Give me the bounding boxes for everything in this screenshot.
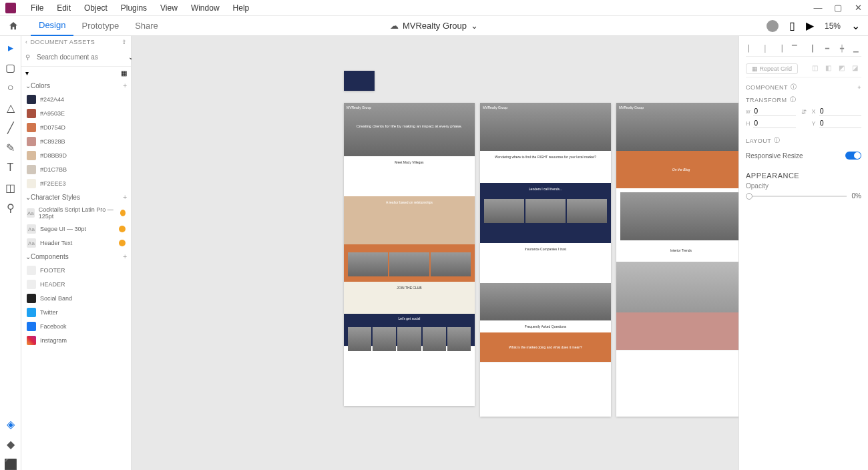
colors-label: Colors	[31, 82, 50, 89]
align-right-icon[interactable]: ▕	[775, 43, 785, 53]
layout-section-label: LAYOUT	[746, 138, 771, 144]
x-input[interactable]	[819, 107, 861, 116]
bool-subtract-icon[interactable]: ◧	[825, 64, 835, 73]
filter-icon[interactable]: ▾	[25, 69, 29, 77]
section-char-styles[interactable]: ⌄Character Styles +	[21, 191, 131, 204]
plugins-icon[interactable]: ⬛	[5, 458, 17, 470]
color-swatch-item[interactable]: #A9503E	[24, 107, 128, 120]
color-swatch-item[interactable]: #D0754D	[24, 121, 128, 134]
add-component-plus-icon[interactable]: +	[857, 84, 861, 91]
swatch-icon	[27, 165, 36, 174]
bool-intersect-icon[interactable]: ◩	[839, 64, 848, 73]
height-input[interactable]	[753, 119, 795, 128]
back-icon[interactable]: ‹	[25, 39, 28, 45]
info-icon[interactable]: ⓘ	[774, 136, 781, 145]
close-icon[interactable]: ✕	[853, 3, 863, 13]
color-name: #D1C7BB	[40, 166, 67, 173]
style-icon: Aa	[27, 224, 36, 234]
tab-design[interactable]: Design	[31, 16, 73, 36]
search-input[interactable]	[34, 51, 124, 63]
zoom-level[interactable]: 15%	[825, 21, 841, 31]
menu-object[interactable]: Object	[77, 3, 114, 13]
menu-edit[interactable]: Edit	[50, 3, 77, 13]
home-icon[interactable]	[8, 21, 19, 31]
color-swatch-item[interactable]: #F2EEE3	[24, 177, 128, 190]
play-icon[interactable]: ▶	[806, 19, 814, 32]
section-components[interactable]: ⌄Components +	[21, 250, 131, 263]
blog-title: On the Blog	[672, 168, 690, 172]
layers-icon[interactable]: ◆	[5, 438, 17, 450]
color-swatch-item[interactable]: #242A44	[24, 93, 128, 106]
lock-icon[interactable]: ⇵	[801, 108, 807, 115]
add-component-icon[interactable]: +	[123, 253, 127, 260]
color-swatch-item[interactable]: #D8BB9D	[24, 149, 128, 162]
grid-view-icon[interactable]: ▦	[121, 69, 127, 77]
style-name: Header Text	[40, 240, 72, 246]
menu-help[interactable]: Help	[226, 3, 256, 13]
tab-prototype[interactable]: Prototype	[73, 16, 127, 36]
meet-heading: Meet Macy Villegas	[344, 156, 475, 168]
polygon-tool[interactable]: △	[5, 101, 17, 113]
width-input[interactable]	[753, 107, 795, 116]
align-hcenter-icon[interactable]: │	[761, 43, 771, 53]
dist-h-icon[interactable]: ┃	[808, 43, 819, 53]
artboard-logo[interactable]	[344, 71, 375, 91]
export-icon[interactable]: ⇪	[122, 39, 128, 45]
add-color-icon[interactable]: +	[123, 82, 127, 89]
maximize-icon[interactable]: ▢	[833, 3, 843, 13]
char-style-item[interactable]: AaCocktails Script Latin Pro — 125pt	[24, 204, 128, 222]
menu-window[interactable]: Window	[184, 3, 226, 13]
component-item[interactable]: Twitter	[24, 306, 128, 319]
component-item[interactable]: HEADER	[24, 278, 128, 291]
dist-v-icon[interactable]: ━	[822, 43, 833, 53]
component-item[interactable]: Instagram	[24, 334, 128, 347]
add-style-icon[interactable]: +	[123, 194, 127, 201]
rectangle-tool[interactable]: ▢	[5, 61, 17, 73]
user-icon[interactable]	[767, 20, 779, 32]
component-item[interactable]: FOOTER	[24, 264, 128, 277]
align-vcenter-icon[interactable]: ┿	[837, 43, 847, 53]
text-tool[interactable]: T	[5, 162, 17, 174]
info-icon[interactable]: ⓘ	[790, 95, 797, 104]
ellipse-tool[interactable]: ○	[5, 81, 17, 93]
artboard-tool[interactable]: ◫	[5, 182, 17, 194]
line-tool[interactable]: ╱	[5, 122, 17, 134]
select-tool[interactable]: ▸	[5, 41, 17, 53]
component-item[interactable]: Social Band	[24, 292, 128, 305]
char-style-item[interactable]: AaSegoe UI — 30pt	[24, 222, 128, 236]
align-bottom-icon[interactable]: ▁	[851, 43, 861, 53]
artboard-blog[interactable]: MVRealty Group On the Blog Interior Tren…	[616, 103, 738, 417]
zoom-tool[interactable]: ⚲	[5, 202, 17, 214]
artboard-home[interactable]: MVRealty GroupCreating clients for life …	[344, 103, 475, 406]
menu-file[interactable]: File	[24, 3, 50, 13]
social-heading: Let's get social	[344, 314, 475, 323]
section-colors[interactable]: ⌄Colors +	[21, 79, 131, 92]
responsive-toggle[interactable]	[845, 152, 861, 160]
component-item[interactable]: Facebook	[24, 320, 128, 333]
canvas[interactable]: MVRealty GroupCreating clients for life …	[132, 36, 738, 470]
pen-tool[interactable]: ✎	[5, 142, 17, 154]
minimize-icon[interactable]: —	[813, 3, 823, 13]
color-swatch-item[interactable]: #C8928B	[24, 135, 128, 148]
info-icon[interactable]: ⓘ	[791, 83, 797, 91]
align-top-icon[interactable]: ▔	[789, 43, 800, 53]
libraries-icon[interactable]: ◈	[5, 418, 17, 430]
y-input[interactable]	[819, 119, 861, 128]
zoom-dropdown-icon[interactable]: ⌄	[851, 19, 860, 32]
device-preview-icon[interactable]: ▯	[789, 19, 795, 32]
menu-plugins[interactable]: Plugins	[114, 3, 154, 13]
menu-view[interactable]: View	[154, 3, 184, 13]
color-swatch-item[interactable]: #D1C7BB	[24, 163, 128, 176]
color-name: #D0754D	[40, 124, 65, 131]
align-left-icon[interactable]: ▏	[746, 43, 756, 53]
bool-add-icon[interactable]: ◫	[812, 64, 821, 73]
repeat-grid-button[interactable]: ▦ Repeat Grid	[746, 63, 798, 74]
chevron-down-icon[interactable]: ⌄	[471, 21, 478, 31]
opacity-slider[interactable]	[746, 196, 847, 197]
tab-share[interactable]: Share	[127, 16, 166, 36]
bool-exclude-icon[interactable]: ◪	[852, 64, 861, 73]
document-title[interactable]: ☁ MVRealty Group ⌄	[390, 21, 478, 31]
char-style-item[interactable]: AaHeader Text	[24, 236, 128, 250]
artboard-resources[interactable]: MVRealty Group Wondering where to find t…	[480, 103, 611, 417]
warning-icon	[119, 240, 126, 246]
